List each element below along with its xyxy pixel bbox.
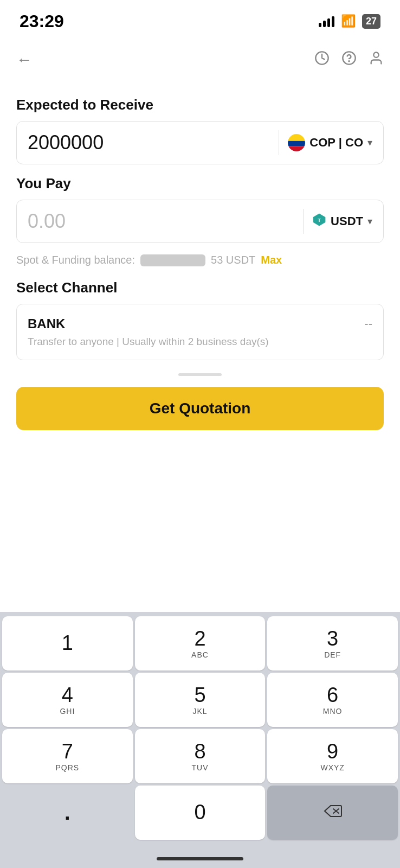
key-0[interactable]: 0 [135,786,266,840]
balance-usdt: 53 USDT [211,254,255,266]
battery-indicator: 27 [362,14,380,29]
key-8[interactable]: 8 TUV [135,729,266,783]
home-indicator [157,857,243,860]
channel-price: -- [364,317,372,331]
keypad-row-1: 1 2 ABC 3 DEF [2,616,398,671]
home-bar [0,853,400,868]
status-icons: 📶 27 [319,14,380,29]
receive-currency-dropdown-arrow: ▾ [367,137,372,149]
key-7[interactable]: 7 PQRS [2,729,133,783]
get-quotation-button[interactable]: Get Quotation [16,387,384,430]
usdt-gem-icon: T [312,213,326,230]
receive-currency-label: COP | CO [309,136,363,150]
select-channel-label: Select Channel [16,279,384,296]
max-button[interactable]: Max [261,254,282,266]
keypad-row-2: 4 GHI 5 JKL 6 MNO [2,673,398,727]
channel-name: BANK [28,316,65,331]
signal-icon [319,15,334,27]
key-1[interactable]: 1 [2,616,133,671]
key-delete[interactable] [267,786,398,840]
key-2[interactable]: 2 ABC [135,616,266,671]
balance-blur [140,254,205,266]
receive-currency-selector[interactable]: COP | CO ▾ [279,130,372,156]
svg-text:T: T [318,217,321,223]
receive-amount-input[interactable] [28,131,279,154]
svg-point-3 [373,52,378,57]
main-content: Expected to Receive COP | CO ▾ You Pay [0,81,400,612]
wifi-icon: 📶 [341,14,356,28]
balance-row: Spot & Funding balance: 53 USDT Max [16,254,384,266]
colombia-flag-icon [288,134,305,151]
history-icon[interactable] [314,50,330,69]
pay-currency-label: USDT [331,214,363,228]
key-9[interactable]: 9 WXYZ [267,729,398,783]
back-button[interactable]: ← [16,50,33,69]
help-icon[interactable] [341,50,357,69]
svg-rect-7 [288,141,305,146]
keypad-row-3: 7 PQRS 8 TUV 9 WXYZ [2,729,398,783]
key-5[interactable]: 5 JKL [135,673,266,727]
key-3[interactable]: 3 DEF [267,616,398,671]
svg-rect-6 [288,134,305,141]
keypad-row-bottom: . 0 [2,786,398,840]
pay-input-row: T USDT ▾ [16,200,384,243]
you-pay-label: You Pay [16,175,384,192]
profile-icon[interactable] [369,50,384,69]
channel-description: Transfer to anyone | Usually within 2 bu… [28,336,269,347]
divider [178,373,222,376]
key-dot[interactable]: . [2,786,133,840]
pay-currency-dropdown-arrow: ▾ [367,215,372,227]
channel-row: BANK -- [28,316,372,331]
key-4[interactable]: 4 GHI [2,673,133,727]
status-bar: 23:29 📶 27 [0,0,400,38]
bank-channel-card[interactable]: BANK -- Transfer to anyone | Usually wit… [16,304,384,360]
pay-amount-input[interactable] [28,210,303,233]
status-time: 23:29 [20,11,64,31]
top-nav: ← [0,38,400,81]
nav-right-icons [314,50,384,69]
svg-rect-8 [288,146,305,151]
pay-currency-selector[interactable]: T USDT ▾ [303,209,372,234]
receive-input-row: COP | CO ▾ [16,121,384,164]
balance-prefix: Spot & Funding balance: [16,254,135,266]
numeric-keypad: 1 2 ABC 3 DEF 4 GHI 5 JKL 6 MNO 7 PQRS [0,612,400,853]
key-6[interactable]: 6 MNO [267,673,398,727]
expected-receive-label: Expected to Receive [16,97,384,113]
